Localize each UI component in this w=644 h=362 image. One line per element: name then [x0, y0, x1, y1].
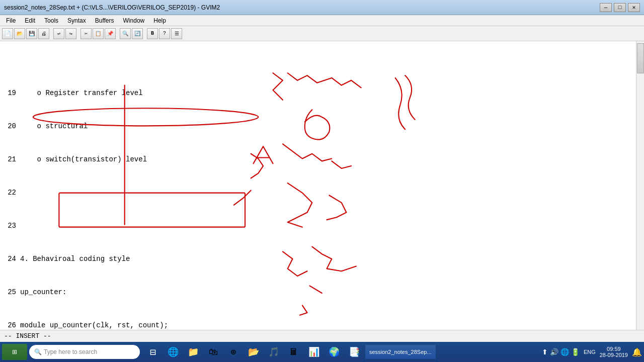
system-tray-icons: ⬆ 🔊 🌐 🔋: [542, 348, 580, 356]
title-buttons: — □ ✕: [600, 3, 640, 12]
store-button[interactable]: 🛍: [204, 343, 222, 361]
line-number: 24: [2, 253, 20, 264]
search-icon: 🔍: [34, 348, 42, 355]
line-number: 20: [2, 121, 20, 132]
line-row: 24 4. Behaviroal coding style: [2, 253, 636, 264]
tb-bold[interactable]: B: [147, 28, 158, 39]
tb-find[interactable]: 🔍: [120, 28, 131, 39]
search-box[interactable]: 🔍 Type here to search: [29, 345, 140, 359]
line-number: 23: [2, 220, 20, 231]
menu-bar: File Edit Tools Syntax Buffers Window He…: [0, 15, 644, 26]
tb-extra[interactable]: ☰: [171, 28, 182, 39]
menu-file[interactable]: File: [2, 16, 20, 25]
line-text: o structural: [20, 121, 88, 132]
line-text: up_counter:: [20, 287, 66, 298]
windows-icon: ⊞: [12, 348, 17, 355]
line-text: o Register transfer level: [20, 87, 143, 99]
tb-save[interactable]: 💾: [26, 28, 37, 39]
taskbar-icons: ⊟ 🌐 📁 🛍 ⊕ 📂 🎵 🖩 📊 🌍 📑: [144, 343, 363, 361]
tb-replace[interactable]: 🔄: [132, 28, 143, 39]
search-placeholder: Type here to search: [44, 348, 97, 355]
edge-button[interactable]: 🌐: [164, 343, 182, 361]
taskbar-right: ⬆ 🔊 🌐 🔋 ENG 09:59 28-09-2019 🔔: [542, 346, 642, 358]
notification-button[interactable]: 🔔: [632, 347, 642, 357]
menu-window[interactable]: Window: [119, 16, 149, 25]
title-bar: session2_notes_28Sep.txt + (C:\VLS...\VE…: [0, 0, 644, 15]
chrome-button[interactable]: ⊕: [224, 343, 243, 361]
date-display: 28-09-2019: [600, 352, 628, 358]
line-row: 26 module up_counter(clk, rst, count);: [2, 320, 636, 330]
tb-new[interactable]: 📄: [2, 28, 13, 39]
editor-area: 19 o Register transfer level 20 o struct…: [0, 41, 644, 330]
tb-cut[interactable]: ✂: [80, 28, 92, 39]
tb-print[interactable]: 🖨: [38, 28, 49, 39]
start-button[interactable]: ⊞: [2, 344, 27, 360]
files-button[interactable]: 📂: [245, 343, 263, 361]
line-row: 21 o switch(transistor) level: [2, 154, 636, 165]
menu-buffers[interactable]: Buffers: [91, 16, 118, 25]
tb-redo[interactable]: ↪: [65, 28, 76, 39]
tb-paste[interactable]: 📌: [105, 28, 116, 39]
minimize-button[interactable]: —: [600, 3, 612, 12]
insert-mode-label: -- INSERT --: [4, 332, 51, 340]
line-text: module up_counter(clk, rst, count);: [20, 320, 168, 330]
toolbar: 📄 📂 💾 🖨 ↩ ↪ ✂ 📋 📌 🔍 🔄 B ? ☰: [0, 26, 644, 41]
line-row: 23: [2, 220, 636, 231]
vertical-scrollbar[interactable]: [636, 41, 644, 330]
media-button[interactable]: 🎵: [265, 343, 283, 361]
line-number: 25: [2, 287, 20, 298]
line-row: 22: [2, 187, 636, 198]
menu-tools[interactable]: Tools: [40, 16, 62, 25]
title-text: session2_notes_28Sep.txt + (C:\VLS...\VE…: [4, 4, 220, 11]
tb-copy[interactable]: 📋: [93, 28, 104, 39]
status-bar: -- INSERT --: [0, 330, 644, 342]
language-indicator: ENG: [584, 349, 596, 355]
line-number: 22: [2, 187, 20, 198]
line-number: 26: [2, 320, 20, 330]
menu-syntax[interactable]: Syntax: [63, 16, 90, 25]
line-row: 25 up_counter:: [2, 287, 636, 298]
code-editor[interactable]: 19 o Register transfer level 20 o struct…: [0, 41, 636, 330]
browser2-button[interactable]: 🌍: [325, 343, 343, 361]
ppt-button[interactable]: 📑: [345, 343, 363, 361]
line-row: 19 o Register transfer level: [2, 87, 636, 99]
tb-undo[interactable]: ↩: [53, 28, 64, 39]
line-number: 19: [2, 87, 20, 99]
clock: 09:59 28-09-2019: [600, 346, 628, 358]
time-display: 09:59: [600, 346, 628, 352]
line-text: o switch(transistor) level: [20, 154, 147, 165]
tb-open[interactable]: 📂: [14, 28, 25, 39]
taskbar: ⊞ 🔍 Type here to search ⊟ 🌐 📁 🛍 ⊕ 📂 🎵 🖩 …: [0, 342, 644, 362]
menu-help[interactable]: Help: [149, 16, 170, 25]
calc-button[interactable]: 🖩: [285, 343, 303, 361]
taskview-button[interactable]: ⊟: [144, 343, 162, 361]
line-text: 4. Behaviroal coding style: [20, 253, 130, 264]
excel-button[interactable]: 📊: [305, 343, 323, 361]
gvim-taskbar-item[interactable]: session2_notes_28Sep...: [365, 345, 436, 359]
line-number: 21: [2, 154, 20, 165]
scroll-thumb[interactable]: [637, 43, 644, 73]
gvim-label: session2_notes_28Sep...: [369, 349, 432, 355]
tb-help[interactable]: ?: [159, 28, 170, 39]
code-block: 19 o Register transfer level 20 o struct…: [0, 41, 636, 330]
close-button[interactable]: ✕: [628, 3, 640, 12]
maximize-button[interactable]: □: [614, 3, 626, 12]
menu-edit[interactable]: Edit: [21, 16, 39, 25]
line-row: 20 o structural: [2, 121, 636, 132]
explorer-button[interactable]: 📁: [184, 343, 202, 361]
